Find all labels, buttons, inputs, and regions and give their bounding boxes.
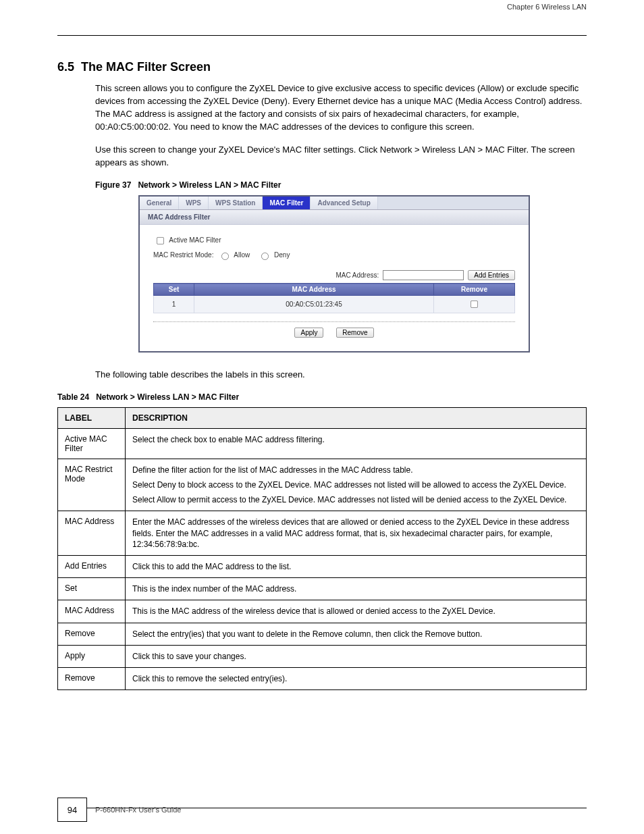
row-desc: Enter the MAC addresses of the wireless … xyxy=(126,511,587,556)
row-label: Remove xyxy=(58,623,126,645)
table-row: ApplyClick this to save your changes. xyxy=(58,645,587,667)
row-label: Add Entries xyxy=(58,556,126,578)
row-desc: Define the filter action for the list of… xyxy=(126,459,587,511)
table-row: RemoveSelect the entry(ies) that you wan… xyxy=(58,623,587,645)
desc-head-desc: DESCRIPTION xyxy=(126,407,587,428)
add-entries-button[interactable]: Add Entries xyxy=(468,270,515,280)
tab-wps[interactable]: WPS xyxy=(179,197,209,209)
section-intro: This screen allows you to configure the … xyxy=(95,82,587,133)
table-intro: The following table describes the labels… xyxy=(95,369,587,382)
description-table: LABEL DESCRIPTION Active MAC FilterSelec… xyxy=(57,407,587,690)
remove-button[interactable]: Remove xyxy=(336,328,373,338)
table-label: Table 24 xyxy=(57,392,89,402)
cell-mac: 00:A0:C5:01:23:45 xyxy=(194,296,434,313)
table-row: Add EntriesClick this to add the MAC add… xyxy=(58,556,587,578)
tab-general[interactable]: General xyxy=(140,197,179,209)
tab-bar: General WPS WPS Station MAC Filter Advan… xyxy=(140,197,529,210)
table-row: SetThis is the index number of the MAC a… xyxy=(58,578,587,600)
remove-checkbox[interactable] xyxy=(471,301,478,308)
table-row: MAC Restrict ModeDefine the filter actio… xyxy=(58,459,587,511)
section-heading: The MAC Filter Screen xyxy=(81,60,211,74)
row-label: MAC Address xyxy=(58,511,126,556)
radio-deny-label: Deny xyxy=(274,251,290,259)
mac-address-label: MAC Address: xyxy=(336,271,379,279)
panel-subheader: MAC Address Filter xyxy=(140,210,529,225)
row-label: Apply xyxy=(58,645,126,667)
footer-guide: P-660HN-Fx User's Guide xyxy=(95,806,587,814)
table-caption-text: Network > Wireless LAN > MAC Filter xyxy=(96,392,239,402)
active-mac-filter-checkbox[interactable] xyxy=(157,237,164,244)
figure-caption-text: Network > Wireless LAN > MAC Filter xyxy=(138,180,281,190)
table-caption: Table 24 Network > Wireless LAN > MAC Fi… xyxy=(57,392,587,402)
row-label: Set xyxy=(58,578,126,600)
chapter-header: Chapter 6 Wireless LAN xyxy=(57,3,587,11)
row-desc: Click this to save your changes. xyxy=(126,645,587,667)
tab-advanced[interactable]: Advanced Setup xyxy=(311,197,377,209)
col-mac: MAC Address xyxy=(194,284,434,296)
table-row: MAC AddressEnter the MAC addresses of th… xyxy=(58,511,587,556)
row-desc: This is the index number of the MAC addr… xyxy=(126,578,587,600)
row-desc: Click this to add the MAC address to the… xyxy=(126,556,587,578)
figure-caption: Figure 37 Network > Wireless LAN > MAC F… xyxy=(95,180,587,190)
row-label: Active MAC Filter xyxy=(58,428,126,459)
row-desc: Select the check box to enable MAC addre… xyxy=(126,428,587,459)
radio-deny[interactable] xyxy=(261,253,269,260)
table-row: Active MAC FilterSelect the check box to… xyxy=(58,428,587,459)
table-row: MAC AddressThis is the MAC address of th… xyxy=(58,600,587,623)
restrict-mode-label: MAC Restrict Mode: xyxy=(153,251,213,259)
active-mac-filter-label: Active MAC Filter xyxy=(169,236,221,244)
col-remove: Remove xyxy=(434,284,515,296)
section-number: 6.5 xyxy=(57,60,74,74)
cell-set: 1 xyxy=(154,296,194,313)
header-rule xyxy=(57,35,587,36)
radio-allow-label: Allow xyxy=(234,251,250,259)
page-number: 94 xyxy=(57,798,87,822)
table-row: 1 00:A0:C5:01:23:45 xyxy=(154,296,515,313)
tab-wps-station[interactable]: WPS Station xyxy=(209,197,263,209)
mac-address-input[interactable] xyxy=(383,270,464,280)
row-desc: Select the entry(ies) that you want to d… xyxy=(126,623,587,645)
col-set: Set xyxy=(154,284,194,296)
section-nav: Use this screen to change your ZyXEL Dev… xyxy=(95,144,587,170)
router-ui: General WPS WPS Station MAC Filter Advan… xyxy=(138,195,530,353)
radio-allow[interactable] xyxy=(221,253,229,260)
apply-button[interactable]: Apply xyxy=(294,328,323,338)
panel-body: Active MAC Filter MAC Restrict Mode: All… xyxy=(140,225,529,351)
tab-mac-filter[interactable]: MAC Filter xyxy=(263,197,311,209)
row-desc: Click this to remove the selected entry(… xyxy=(126,667,587,689)
table-row: RemoveClick this to remove the selected … xyxy=(58,667,587,689)
row-desc: This is the MAC address of the wireless … xyxy=(126,600,587,623)
figure-label: Figure 37 xyxy=(95,180,131,190)
mac-table: Set MAC Address Remove 1 00:A0:C5:01:23:… xyxy=(153,283,515,313)
row-label: Remove xyxy=(58,667,126,689)
row-label: MAC Restrict Mode xyxy=(58,459,126,511)
section-title: 6.5 The MAC Filter Screen xyxy=(57,60,587,74)
row-label: MAC Address xyxy=(58,600,126,623)
desc-head-label: LABEL xyxy=(58,407,126,428)
